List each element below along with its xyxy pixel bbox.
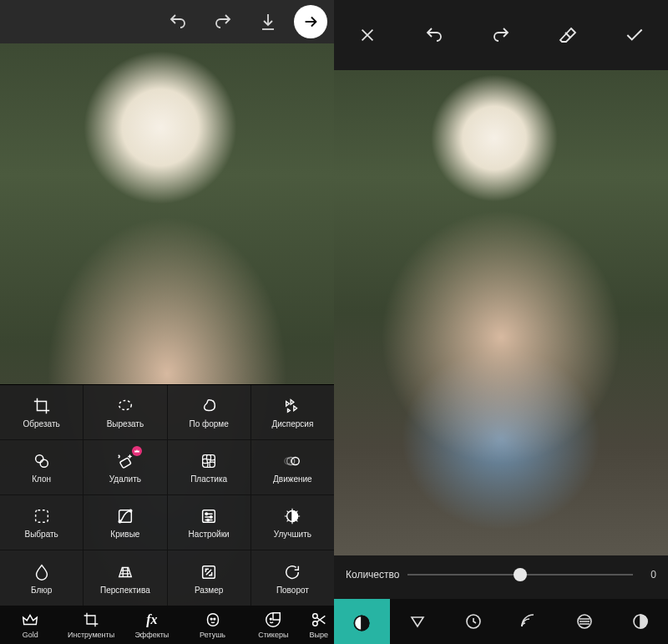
apply-button[interactable] xyxy=(601,13,668,57)
download-icon xyxy=(258,12,278,32)
tab-label: Стикеры xyxy=(258,631,288,639)
tab-label: Ретушь xyxy=(200,631,225,639)
half-circle2-icon xyxy=(630,611,650,631)
left-bottombar: Gold Инструменты fx Эффекты Ретушь Стике… xyxy=(0,606,334,644)
slider-track[interactable] xyxy=(407,566,633,583)
clock-icon xyxy=(463,611,483,631)
crop-tool[interactable]: Обрезать xyxy=(0,385,84,439)
crown-icon xyxy=(21,611,39,629)
tab-label: Эффекты xyxy=(134,631,169,639)
svg-point-21 xyxy=(271,618,272,620)
eraser-button[interactable] xyxy=(534,13,601,57)
triangle-down-icon xyxy=(407,611,428,631)
rotate-tool[interactable]: Поворот xyxy=(251,550,334,606)
crop-icon xyxy=(32,396,52,416)
tool-label: Пластика xyxy=(190,474,227,484)
undo-button[interactable] xyxy=(155,0,200,43)
right-topbar xyxy=(334,0,668,70)
svg-point-1 xyxy=(35,455,43,463)
fx-icon: fx xyxy=(143,611,161,629)
arcs-icon xyxy=(518,611,539,631)
settings-tool[interactable]: Настройки xyxy=(168,495,251,550)
fx-contrast[interactable] xyxy=(334,599,390,644)
fx-triangle[interactable] xyxy=(390,599,446,644)
shape-icon xyxy=(199,396,219,416)
cut-tab[interactable]: Выре xyxy=(304,606,334,644)
half-circle-icon xyxy=(351,612,372,634)
tool-label: По форме xyxy=(189,419,228,428)
svg-rect-18 xyxy=(207,614,218,626)
tool-label: Блюр xyxy=(31,586,52,595)
fx-arcs[interactable] xyxy=(501,599,557,644)
retouch-tab[interactable]: Ретушь xyxy=(182,606,243,644)
tool-label: Улучшить xyxy=(274,530,311,539)
remove-tool[interactable]: Удалить xyxy=(84,440,167,494)
tool-label: Клон xyxy=(32,474,51,484)
size-tool[interactable]: Размер xyxy=(168,550,251,606)
warp-grid-icon xyxy=(199,451,219,471)
redo-icon xyxy=(213,12,233,32)
select-rect-icon xyxy=(32,506,52,526)
close-icon xyxy=(358,26,377,44)
tool-grid: Обрезать Вырезать По форме Дисперсия xyxy=(0,384,334,606)
tools-tab[interactable]: Инструменты xyxy=(61,606,122,644)
undo-button[interactable] xyxy=(401,13,468,57)
canvas-photo[interactable] xyxy=(334,70,668,555)
fx-half[interactable] xyxy=(612,599,668,644)
tool-label: Движение xyxy=(273,474,312,484)
blur-tool[interactable]: Блюр xyxy=(0,550,84,606)
cut-tool[interactable]: Вырезать xyxy=(84,385,167,439)
sliders-icon xyxy=(199,506,219,526)
enhance-icon xyxy=(282,506,302,526)
svg-rect-8 xyxy=(35,510,48,523)
fx-bar xyxy=(334,599,668,644)
face-icon xyxy=(204,611,222,629)
close-button[interactable] xyxy=(334,13,401,57)
gold-tab[interactable]: Gold xyxy=(0,606,61,644)
svg-rect-3 xyxy=(119,458,131,469)
select-tool[interactable]: Выбрать xyxy=(0,495,84,550)
svg-point-15 xyxy=(207,519,209,520)
perspective-tool[interactable]: Перспектива xyxy=(84,550,167,606)
svg-point-2 xyxy=(40,459,48,467)
blur-icon xyxy=(32,562,52,582)
stickers-tab[interactable]: Стикеры xyxy=(243,606,304,644)
arrow-right-icon xyxy=(301,13,320,31)
svg-point-10 xyxy=(119,520,121,523)
svg-point-19 xyxy=(210,618,212,620)
eraser-icon xyxy=(558,25,578,45)
rotate-icon xyxy=(282,562,302,582)
right-screen: Количество 0 xyxy=(334,0,668,644)
tool-label: Кривые xyxy=(110,530,139,539)
curves-tool[interactable]: Кривые xyxy=(84,495,167,550)
shape-tool[interactable]: По форме xyxy=(168,385,251,439)
effects-tab[interactable]: fx Эффекты xyxy=(121,606,182,644)
striped-circle-icon xyxy=(574,611,595,631)
clone-tool[interactable]: Клон xyxy=(0,440,84,494)
tool-label: Настройки xyxy=(189,530,230,539)
tool-label: Перспектива xyxy=(100,586,150,595)
crop-icon xyxy=(82,611,100,629)
tool-label: Выбрать xyxy=(24,530,58,539)
slider-value: 0 xyxy=(641,569,656,581)
left-screen: Обрезать Вырезать По форме Дисперсия xyxy=(0,0,334,644)
amount-slider: Количество 0 xyxy=(334,555,668,599)
redo-button[interactable] xyxy=(468,13,534,57)
download-button[interactable] xyxy=(245,0,291,43)
undo-icon xyxy=(424,25,444,45)
next-button[interactable] xyxy=(294,5,327,38)
dispersion-tool[interactable]: Дисперсия xyxy=(251,385,334,439)
tool-label: Вырезать xyxy=(107,419,144,428)
plastic-tool[interactable]: Пластика xyxy=(168,440,251,494)
svg-point-0 xyxy=(119,401,132,410)
redo-button[interactable] xyxy=(200,0,245,43)
fx-stripes[interactable] xyxy=(557,599,613,644)
motion-tool[interactable]: Движение xyxy=(251,440,334,494)
left-topbar xyxy=(0,0,334,43)
tool-label: Размер xyxy=(195,586,223,595)
svg-point-14 xyxy=(210,516,212,518)
slider-knob[interactable] xyxy=(514,568,527,581)
fx-clock[interactable] xyxy=(445,599,501,644)
tool-label: Дисперсия xyxy=(271,419,313,428)
enhance-tool[interactable]: Улучшить xyxy=(251,495,334,550)
